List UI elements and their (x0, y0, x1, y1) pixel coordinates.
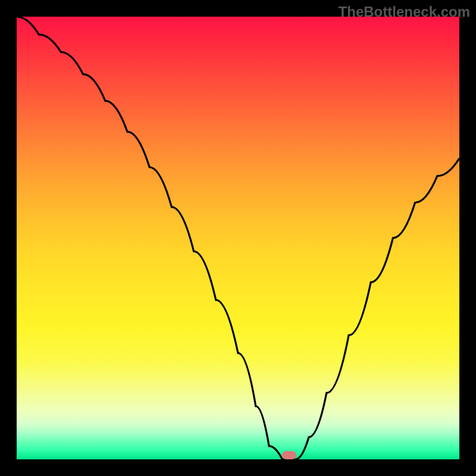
plot-area (17, 17, 459, 459)
watermark-label: TheBottleneck.com (339, 4, 470, 20)
optimum-marker (282, 451, 296, 459)
bottleneck-curve (17, 17, 459, 459)
chart-frame: TheBottleneck.com (0, 0, 476, 476)
